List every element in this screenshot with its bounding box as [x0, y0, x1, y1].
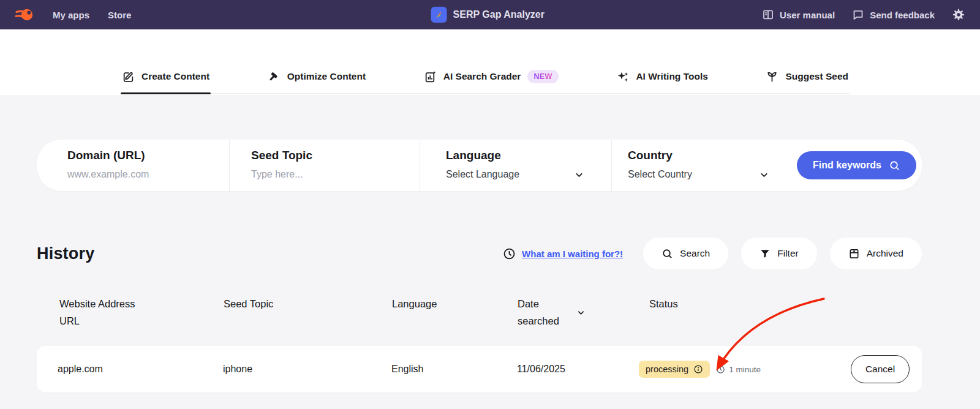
col-website-address-url: Website Address URL — [37, 295, 202, 329]
status-badge: processing — [639, 361, 710, 378]
waiting-link[interactable]: What am I waiting for?! — [522, 249, 623, 259]
tab-optimize-content[interactable]: Optimize Content — [266, 69, 367, 93]
filter-icon — [760, 248, 771, 259]
language-select-value: Select Language — [446, 169, 519, 180]
send-feedback-button[interactable]: Send feedback — [852, 9, 935, 21]
sparkles-icon — [616, 70, 629, 83]
country-select[interactable]: Select Country — [628, 169, 769, 180]
seedling-icon — [766, 70, 778, 83]
keyword-search-form: Domain (URL) Seed Topic Language Select … — [37, 140, 922, 191]
seed-topic-input[interactable] — [251, 169, 403, 180]
user-manual-label: User manual — [780, 10, 835, 20]
tab-label: Suggest Seed — [785, 71, 848, 82]
search-icon — [889, 160, 900, 171]
col-date-searched: Date searched — [496, 295, 628, 329]
history-header: History What am I waiting for?! — [37, 238, 922, 269]
find-keywords-label: Find keywords — [813, 160, 881, 171]
tab-label: Optimize Content — [287, 71, 366, 82]
nav-store[interactable]: Store — [108, 10, 131, 20]
user-manual-button[interactable]: User manual — [762, 9, 835, 21]
hammer-icon — [268, 70, 281, 83]
find-keywords-button[interactable]: Find keywords — [797, 151, 916, 179]
archived-button-label: Archived — [867, 248, 903, 259]
col-status: Status — [628, 295, 824, 329]
language-select[interactable]: Select Language — [446, 169, 584, 180]
tab-ai-writing-tools[interactable]: AI Writing Tools — [615, 69, 709, 93]
language-field-group: Language Select Language — [420, 140, 612, 191]
cell-status: processing 1 minute — [628, 361, 824, 378]
table-row: apple.com iphone English 11/06/2025 proc… — [37, 346, 922, 392]
col-seed-topic: Seed Topic — [202, 295, 371, 329]
filter-button-label: Filter — [777, 248, 798, 259]
status-badge-label: processing — [646, 364, 688, 374]
page-content: Create Content Optimize Content — [0, 29, 980, 409]
send-feedback-label: Send feedback — [870, 10, 935, 20]
tool-tabs: Create Content Optimize Content — [121, 69, 850, 94]
new-badge: NEW — [527, 70, 558, 83]
top-navbar: My apps Store SERP Gap Analyzer User man — [0, 0, 980, 29]
clock-icon — [716, 365, 725, 374]
chevron-down-icon — [759, 170, 769, 180]
archive-icon — [848, 248, 860, 260]
language-label: Language — [446, 148, 584, 163]
brand-flame-icon — [15, 6, 34, 24]
tab-label: Create Content — [141, 71, 209, 82]
country-select-value: Select Country — [628, 169, 692, 180]
seed-topic-field-group: Seed Topic — [230, 140, 420, 191]
cell-website-url: apple.com — [37, 364, 202, 375]
cell-language: English — [371, 364, 496, 375]
waiting-link-group[interactable]: What am I waiting for?! — [503, 247, 623, 260]
edit-icon — [122, 70, 135, 83]
tab-create-content[interactable]: Create Content — [121, 69, 211, 93]
cell-seed-topic: iphone — [202, 364, 371, 375]
tab-label: AI Writing Tools — [636, 71, 707, 82]
search-button-label: Search — [680, 248, 710, 259]
col-language: Language — [371, 295, 496, 329]
search-button[interactable]: Search — [643, 238, 728, 269]
tab-suggest-seed[interactable]: Suggest Seed — [764, 69, 850, 93]
app-title: SERP Gap Analyzer — [453, 9, 545, 20]
cancel-button[interactable]: Cancel — [851, 355, 910, 383]
clock-icon — [503, 247, 516, 260]
elapsed-time: 1 minute — [716, 365, 761, 374]
country-field-group: Country Select Country — [612, 140, 791, 191]
feedback-bubble-icon — [852, 9, 864, 21]
tab-ai-search-grader[interactable]: AI Search Grader NEW — [423, 69, 560, 93]
settings-gear-icon[interactable] — [952, 8, 965, 21]
semrush-logo[interactable] — [15, 6, 34, 24]
elapsed-label: 1 minute — [729, 365, 761, 374]
nav-my-apps[interactable]: My apps — [53, 10, 89, 20]
history-title: History — [37, 244, 94, 263]
date-sort-control[interactable]: Date searched — [518, 295, 628, 329]
cell-actions: Cancel — [824, 355, 922, 383]
domain-field-group: Domain (URL) — [37, 140, 230, 191]
archived-button[interactable]: Archived — [830, 238, 922, 269]
grader-chart-icon — [424, 70, 437, 83]
country-label: Country — [628, 148, 769, 163]
cell-date-searched: 11/06/2025 — [496, 364, 628, 375]
chevron-down-icon — [576, 308, 586, 317]
col-actions — [824, 295, 922, 329]
book-icon — [762, 9, 774, 21]
tab-label: AI Search Grader — [443, 71, 521, 82]
filter-button[interactable]: Filter — [741, 238, 816, 269]
seed-topic-label: Seed Topic — [251, 148, 420, 163]
chevron-down-icon — [574, 170, 584, 180]
serp-gap-analyzer-app-icon — [431, 7, 447, 23]
domain-label: Domain (URL) — [67, 148, 229, 163]
info-icon[interactable] — [693, 364, 703, 374]
history-table-header: Website Address URL Seed Topic Language … — [37, 295, 922, 329]
domain-input[interactable] — [67, 169, 213, 180]
search-icon — [662, 248, 673, 260]
